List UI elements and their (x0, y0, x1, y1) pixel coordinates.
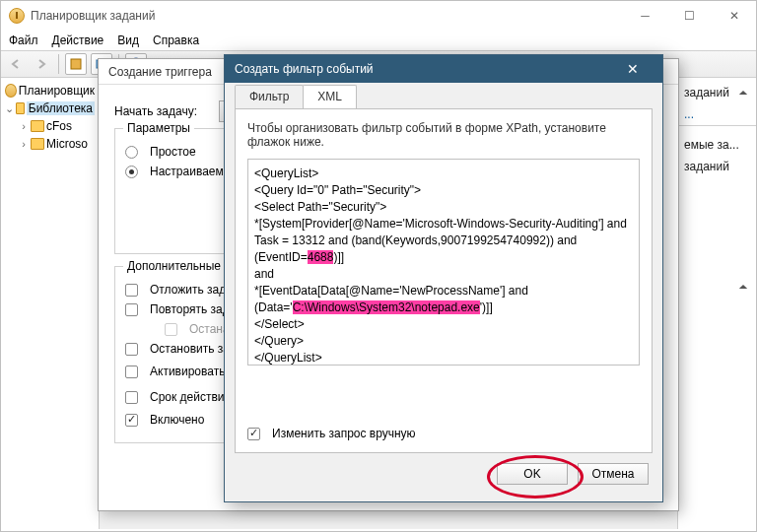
tree-item[interactable]: ›Microso (1, 135, 99, 153)
chevron-up-icon (736, 86, 750, 100)
tabstrip: Фильтр XML (225, 83, 662, 108)
checkbox-icon (125, 391, 138, 404)
highlight-path: C:\Windows\System32\notepad.exe (293, 300, 480, 314)
app-icon (9, 8, 25, 24)
checkbox-icon (247, 428, 260, 440)
expand-icon[interactable]: ⌄ (5, 102, 14, 115)
tree-library[interactable]: ⌄Библиотека (1, 100, 99, 117)
dialog-title: Создать фильтр событий (235, 62, 374, 76)
folder-icon (31, 120, 44, 132)
tree-root[interactable]: Планировщик (1, 82, 99, 100)
tree-panel: Планировщик ⌄Библиотека ›cFos ›Microso (1, 78, 100, 529)
dialog-titlebar[interactable]: Создать фильтр событий ✕ (225, 55, 662, 83)
close-button[interactable]: ✕ (613, 61, 653, 77)
menu-help[interactable]: Справка (153, 33, 199, 47)
help-text: Чтобы организовать фильтр событий в форм… (247, 121, 640, 149)
radio-icon (125, 166, 138, 178)
checkbox-icon (125, 284, 138, 297)
menubar: Файл Действие Вид Справка (1, 31, 756, 50)
group-legend: Параметры (123, 121, 194, 135)
folder-icon (31, 138, 44, 150)
actions-item[interactable]: емые за... (682, 134, 752, 156)
start-label: Начать задачу: (114, 104, 213, 118)
tab-body: Чтобы организовать фильтр событий в форм… (235, 108, 653, 453)
menu-view[interactable]: Вид (117, 33, 139, 47)
window-title: Планировщик заданий (31, 9, 155, 23)
dialog-title: Создание триггера (108, 65, 212, 79)
minimize-button[interactable]: ─ (623, 2, 667, 30)
menu-action[interactable]: Действие (52, 33, 104, 47)
forward-button[interactable] (31, 53, 52, 75)
folder-icon (16, 102, 25, 114)
expand-icon[interactable]: › (19, 120, 29, 132)
checkbox-icon (125, 343, 138, 356)
toolbar-btn-1[interactable] (65, 53, 87, 75)
create-event-filter-dialog: Создать фильтр событий ✕ Фильтр XML Чтоб… (224, 54, 663, 502)
clock-icon (5, 84, 17, 98)
maximize-button[interactable]: ☐ (667, 2, 712, 30)
actions-panel: заданий ... емые за... заданий (677, 78, 756, 529)
cancel-button[interactable]: Отмена (578, 463, 649, 485)
actions-dots: ... (682, 103, 752, 117)
ok-button[interactable]: OK (497, 463, 568, 485)
menu-file[interactable]: Файл (9, 33, 38, 47)
chevron-up-icon (736, 280, 750, 294)
xml-query-box[interactable]: <QueryList> <Query Id="0" Path="Security… (247, 159, 640, 366)
checkbox-icon (125, 366, 138, 378)
checkbox-icon (165, 323, 177, 336)
titlebar: Планировщик заданий ─ ☐ ✕ (1, 1, 756, 31)
highlight-eventid: 4688 (308, 250, 334, 264)
tab-filter[interactable]: Фильтр (235, 85, 304, 108)
actions-item[interactable] (682, 276, 752, 284)
tree-item[interactable]: ›cFos (1, 117, 99, 135)
checkbox-icon (125, 414, 138, 427)
actions-item[interactable]: заданий (682, 82, 752, 103)
tab-xml[interactable]: XML (303, 85, 357, 108)
close-button[interactable]: ✕ (712, 2, 756, 30)
modify-manually-check[interactable]: Изменить запрос вручную (247, 427, 416, 440)
svg-rect-0 (71, 59, 81, 69)
expand-icon[interactable]: › (19, 138, 29, 150)
ok-highlight-ring: OK (497, 463, 568, 485)
back-button[interactable] (5, 53, 27, 75)
actions-item[interactable]: заданий (682, 156, 752, 177)
radio-icon (125, 146, 138, 159)
checkbox-icon (125, 303, 138, 316)
